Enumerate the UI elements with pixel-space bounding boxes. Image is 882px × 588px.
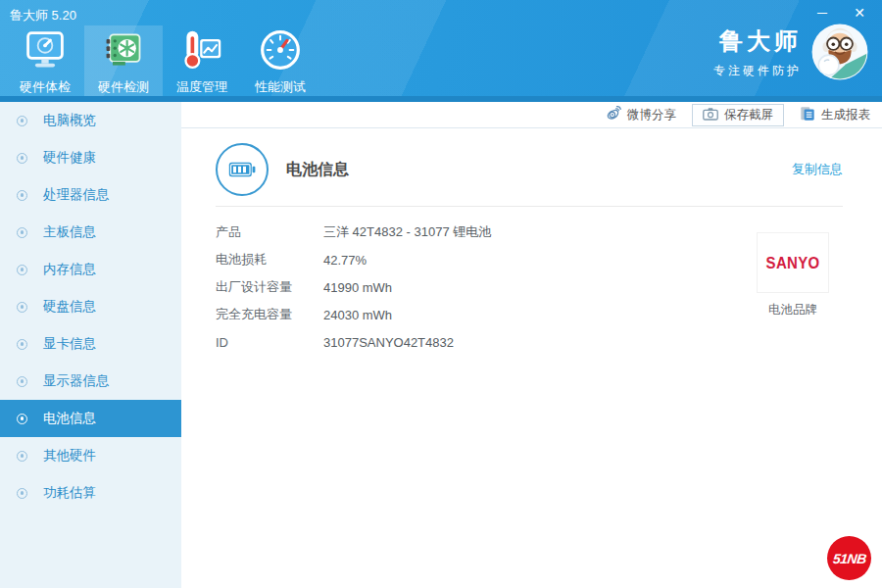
tab-label: 性能测试 (255, 78, 306, 96)
window-controls: ─ ✕ (811, 3, 870, 23)
tab-label: 硬件检测 (98, 78, 149, 96)
radio-dot-icon (17, 265, 27, 275)
battery-info-table: 产品 三洋 42T4832 - 31077 锂电池 电池损耗 42.77% 出厂… (216, 219, 843, 356)
mascot-avatar (811, 24, 868, 80)
table-row: 电池损耗 42.77% (216, 246, 843, 273)
radio-dot-icon (17, 116, 27, 126)
page-title: 电池信息 (286, 160, 349, 180)
close-button[interactable]: ✕ (849, 3, 870, 23)
tab-performance[interactable]: 性能测试 (241, 25, 319, 96)
divider (216, 206, 843, 207)
sidebar-item-computer-overview[interactable]: 电脑概览 (0, 102, 181, 139)
radio-dot-icon (17, 190, 27, 201)
monitor-radar-icon (24, 28, 67, 75)
table-row: 完全充电容量 24030 mWh (216, 301, 843, 328)
app-window: 鲁大师 5.20 ─ ✕ 硬件体检 (0, 0, 882, 588)
content-area: 电池信息 复制信息 产品 三洋 42T4832 - 31077 锂电池 电池损耗… (181, 143, 882, 356)
main-nav-tabs: 硬件体检 (6, 25, 319, 96)
sidebar-item-monitor-info[interactable]: 显示器信息 (0, 363, 181, 400)
51nb-watermark-logo: 51NB (827, 536, 871, 580)
radio-dot-icon (17, 488, 27, 499)
table-row: 出厂设计容量 41990 mWh (216, 273, 843, 301)
weibo-share-button[interactable]: 微博分享 (605, 105, 676, 124)
content-header: 电池信息 复制信息 (216, 143, 843, 196)
camera-icon (703, 107, 718, 123)
radio-dot-icon (17, 302, 27, 313)
brand-slogan: 专注硬件防护 (713, 63, 802, 79)
report-document-icon (800, 106, 815, 124)
sidebar-item-battery-info[interactable]: 电池信息 (0, 400, 181, 437)
sidebar-item-cpu-info[interactable]: 处理器信息 (0, 176, 181, 214)
main-panel: 微博分享 保存截屏 (181, 102, 882, 588)
tab-hardware-checkup[interactable]: 硬件体检 (6, 25, 84, 96)
radio-dot-icon (17, 414, 27, 424)
radio-dot-icon (17, 451, 27, 462)
battery-brand-block: SANYO 电池品牌 (757, 232, 829, 318)
app-body: 电脑概览 硬件健康 处理器信息 主板信息 内存信息 硬盘信息 (0, 102, 882, 588)
sidebar-item-motherboard-info[interactable]: 主板信息 (0, 214, 181, 251)
radio-dot-icon (17, 153, 27, 164)
sidebar-item-disk-info[interactable]: 硬盘信息 (0, 288, 181, 325)
app-title: 鲁大师 5.20 (10, 7, 76, 24)
sidebar-item-other-hardware[interactable]: 其他硬件 (0, 437, 181, 474)
header: 鲁大师 5.20 ─ ✕ 硬件体检 (0, 0, 882, 102)
sanyo-logo: SANYO (757, 232, 829, 293)
tab-hardware-detect[interactable]: 硬件检测 (84, 25, 163, 96)
tab-label: 硬件体检 (20, 78, 71, 96)
table-row: 产品 三洋 42T4832 - 31077 锂电池 (216, 219, 843, 246)
weibo-icon (605, 105, 621, 124)
radio-dot-icon (17, 227, 27, 238)
sidebar-item-hardware-health[interactable]: 硬件健康 (0, 139, 181, 176)
radio-dot-icon (17, 339, 27, 350)
save-screenshot-button[interactable]: 保存截屏 (692, 104, 784, 126)
tab-label: 温度管理 (176, 78, 227, 96)
sidebar-item-power-estimate[interactable]: 功耗估算 (0, 474, 181, 512)
sidebar-item-gpu-info[interactable]: 显卡信息 (0, 325, 181, 363)
radio-dot-icon (17, 376, 27, 387)
sidebar-item-memory-info[interactable]: 内存信息 (0, 251, 181, 288)
minimize-button[interactable]: ─ (811, 3, 833, 23)
sidebar: 电脑概览 硬件健康 处理器信息 主板信息 内存信息 硬盘信息 (0, 102, 181, 588)
thermometer-chart-icon (180, 28, 223, 75)
action-toolbar: 微博分享 保存截屏 (181, 102, 882, 128)
copy-info-link[interactable]: 复制信息 (792, 161, 843, 178)
brand-area: 鲁大师 专注硬件防护 (713, 24, 868, 80)
table-row: ID 31077SANYO42T4832 (216, 328, 843, 356)
speedometer-icon (259, 28, 302, 75)
battery-icon (216, 143, 269, 196)
brand-name: 鲁大师 (719, 25, 802, 57)
gpu-card-icon (102, 28, 145, 75)
generate-report-button[interactable]: 生成报表 (800, 106, 870, 124)
tab-temperature[interactable]: 温度管理 (163, 25, 241, 96)
brand-caption: 电池品牌 (757, 302, 829, 318)
